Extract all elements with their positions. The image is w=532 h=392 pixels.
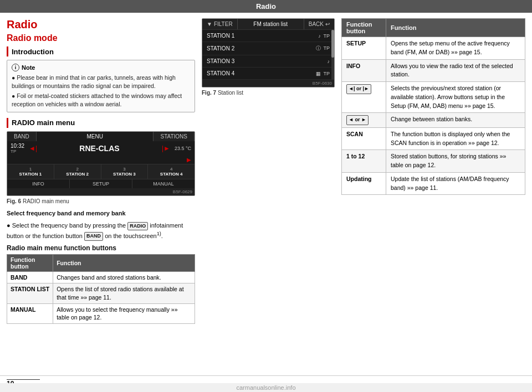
filter-icon: ▼ bbox=[207, 21, 212, 27]
info-button[interactable]: INFO bbox=[7, 179, 70, 188]
middle-column: ▼ FILTER FM station list BACK ↩ STATION … bbox=[202, 18, 335, 370]
intro-label: Introduction bbox=[7, 47, 195, 56]
left-column: Radio Radio mode Introduction i Note ● P… bbox=[7, 18, 195, 370]
func-table-left-header-btn: Function button bbox=[7, 254, 53, 271]
menu-tab[interactable]: MENU bbox=[37, 132, 154, 141]
list-item[interactable]: STATION 4 ▦ TP bbox=[202, 68, 334, 80]
table-row: 1 to 12 Stored station buttons, for stor… bbox=[342, 150, 525, 173]
radio-arrow-row: ▶ bbox=[7, 156, 195, 164]
station-name-4: STATION 4 bbox=[207, 70, 316, 76]
station-btn-4[interactable]: 4 STATION 4 bbox=[148, 164, 195, 179]
image-id-fig6: B5F-0629 bbox=[7, 188, 195, 195]
func-btn-band: BAND bbox=[7, 271, 53, 283]
radio-main-row: 10:32 TP ◄| RNE-CLAS |► 23.5 °C bbox=[7, 141, 195, 156]
stations-tab[interactable]: STATIONS bbox=[154, 132, 195, 141]
radio-time: 10:32 TP bbox=[11, 143, 24, 154]
right-desc-lr: Change between station banks. bbox=[386, 113, 525, 128]
page-title: Radio bbox=[7, 18, 195, 31]
section-title: Radio mode bbox=[7, 33, 195, 43]
website-footer: carmanualsonline.info bbox=[0, 383, 532, 392]
select-freq-body: ● Select the frequency band by pressing … bbox=[7, 221, 195, 240]
setup-button[interactable]: SETUP bbox=[70, 179, 132, 188]
right-header-btn: Function button bbox=[342, 19, 386, 37]
table-row: ◄ or ► Change between station banks. bbox=[342, 113, 525, 128]
func-table-left-header-func: Function bbox=[53, 254, 195, 271]
right-desc-info: Allows you to view the radio text of the… bbox=[386, 59, 525, 82]
func-btn-manual: MANUAL bbox=[7, 303, 53, 323]
sl-header: ▼ FILTER FM station list BACK ↩ bbox=[202, 19, 334, 30]
station-btn-2[interactable]: 2 STATION 2 bbox=[54, 164, 101, 179]
manual-button[interactable]: MANUAL bbox=[132, 179, 195, 188]
radio-stations-row: 1 STATION 1 2 STATION 2 3 STATION 3 4 ST… bbox=[7, 164, 195, 179]
func-desc-manual: Allows you to select the frequency manua… bbox=[53, 303, 195, 323]
table-row: ◄| or |► Selects the previous/next store… bbox=[342, 82, 525, 113]
prev-next-arrow-sym: ◄| or |► bbox=[346, 84, 371, 94]
table-row: SCAN The function button is displayed on… bbox=[342, 127, 525, 150]
station-icons-1: ♪ TP bbox=[318, 33, 330, 39]
right-btn-info: INFO bbox=[342, 59, 386, 82]
sl-back[interactable]: BACK ↩ bbox=[304, 19, 334, 29]
func-desc-band: Changes band and stored stations bank. bbox=[53, 271, 195, 283]
table-row: BAND Changes band and stored stations ba… bbox=[7, 271, 195, 283]
right-desc-setup: Opens the setup menu of the active frequ… bbox=[386, 37, 525, 60]
table-row: Updating Update the list of stations (AM… bbox=[342, 172, 525, 195]
right-btn-updating: Updating bbox=[342, 172, 386, 195]
note-text: ● Please bear in mind that in car parks,… bbox=[12, 74, 190, 109]
table-row: SETUP Opens the setup menu of the active… bbox=[342, 37, 525, 60]
station-name-1: STATION 1 bbox=[207, 33, 318, 39]
filter-label: FILTER bbox=[214, 21, 233, 27]
right-btn-1to12: 1 to 12 bbox=[342, 150, 386, 173]
sl-filter[interactable]: ▼ FILTER bbox=[202, 19, 238, 29]
list-item[interactable]: STATION 2 ⓘ TP bbox=[202, 42, 334, 55]
table-row: MANUAL Allows you to select the frequenc… bbox=[7, 303, 195, 323]
right-desc-1to12: Stored station buttons, for storing stat… bbox=[386, 150, 525, 173]
radio-menu-label: RADIO main menu bbox=[7, 118, 195, 128]
note-bullet-2: ● Foil or metal-coated stickers attached… bbox=[12, 92, 190, 108]
radio-ui: BAND MENU STATIONS 10:32 TP ◄| RNE-CLAS … bbox=[7, 131, 195, 196]
right-btn-scan: SCAN bbox=[342, 127, 386, 150]
right-func-table: Function button Function SETUP Opens the… bbox=[341, 18, 525, 195]
image-id-fig7: B5F-0630 bbox=[202, 80, 334, 87]
back-label: BACK bbox=[309, 21, 324, 27]
list-item[interactable]: STATION 1 ♪ TP bbox=[202, 30, 334, 42]
station-btn-3[interactable]: 3 STATION 3 bbox=[101, 164, 149, 179]
func-table-left: Function button Function BAND Changes ba… bbox=[7, 254, 195, 324]
right-desc-updating: Update the list of stations (AM/DAB freq… bbox=[386, 172, 525, 195]
radio-temp: 23.5 °C bbox=[175, 146, 191, 151]
radio-next-button[interactable]: |► bbox=[160, 145, 172, 152]
func-desc-station-list: Opens the list of stored radio stations … bbox=[53, 283, 195, 303]
sl-items-wrapper: STATION 1 ♪ TP STATION 2 ⓘ TP STATION 3 … bbox=[202, 30, 334, 80]
scrollbar[interactable] bbox=[331, 30, 334, 80]
radio-station-display: RNE-CLAS bbox=[42, 144, 157, 153]
info-icon: i bbox=[12, 64, 19, 71]
radio-prev-button[interactable]: ◄| bbox=[27, 145, 39, 152]
station-icons-4: ▦ TP bbox=[316, 71, 330, 76]
band-tab[interactable]: BAND bbox=[7, 132, 37, 141]
note-bullet-1: ● Please bear in mind that in car parks,… bbox=[12, 74, 190, 90]
right-desc-scan: The function button is displayed only wh… bbox=[386, 127, 525, 150]
list-item[interactable]: STATION 3 ♪ bbox=[202, 55, 334, 68]
scrollbar-thumb[interactable] bbox=[331, 30, 334, 58]
lr-arrow-sym: ◄ or ► bbox=[346, 115, 369, 125]
right-btn-lr: ◄ or ► bbox=[342, 113, 386, 128]
select-freq-title: Select frequency band and memory bank bbox=[7, 209, 195, 218]
station-icons-2: ⓘ TP bbox=[316, 45, 330, 52]
back-icon: ↩ bbox=[325, 21, 330, 27]
radio-right-arrow[interactable]: ▶ bbox=[187, 157, 191, 163]
func-btn-station-list: STATION LIST bbox=[7, 283, 53, 303]
radio-bottom-bar: INFO SETUP MANUAL bbox=[7, 179, 195, 188]
sl-title: FM station list bbox=[238, 19, 304, 29]
station-name-3: STATION 3 bbox=[207, 58, 328, 64]
right-btn-setup: SETUP bbox=[342, 37, 386, 60]
note-header: i Note bbox=[12, 64, 190, 71]
station-btn-1[interactable]: 1 STATION 1 bbox=[7, 164, 54, 179]
station-icons-3: ♪ bbox=[328, 59, 330, 64]
radio-top-bar: BAND MENU STATIONS bbox=[7, 132, 195, 141]
table-row: STATION LIST Opens the list of stored ra… bbox=[7, 283, 195, 303]
band-badge: BAND bbox=[84, 232, 103, 241]
station-list-ui: ▼ FILTER FM station list BACK ↩ STATION … bbox=[202, 18, 335, 87]
fig6-caption: Fig. 6 RADIO main menu bbox=[7, 198, 195, 204]
radio-badge: RADIO bbox=[127, 222, 148, 231]
header-bar: Radio bbox=[0, 0, 532, 13]
func-btn-title: Radio main menu function buttons bbox=[7, 244, 195, 252]
